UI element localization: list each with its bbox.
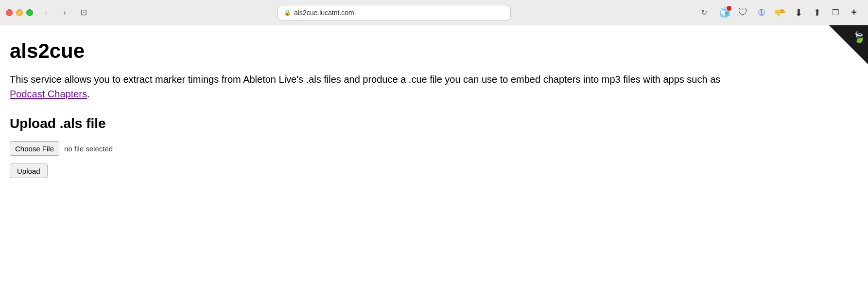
- reload-button[interactable]: ↻: [697, 6, 711, 19]
- gift-extension-button[interactable]: 🫳: [772, 4, 788, 21]
- password-extension-button[interactable]: ①: [753, 4, 770, 21]
- app-title: als2cue: [10, 40, 858, 62]
- upload-button[interactable]: Upload: [10, 164, 48, 178]
- reload-icon: ↻: [701, 8, 707, 17]
- notification-badge: [726, 5, 732, 11]
- description: This service allows you to extract marke…: [10, 72, 758, 101]
- lock-icon: 🔒: [284, 9, 291, 16]
- download-icon: ⬇: [795, 7, 803, 18]
- upload-section-title: Upload .als file: [10, 116, 858, 131]
- copy-icon: ❐: [832, 8, 839, 17]
- no-file-label: no file selected: [64, 145, 113, 153]
- browser-chrome: ‹ › ⊡ 🔒 als2cue.lucatnt.com ↻ 🧊 🛡 ①: [0, 0, 868, 25]
- new-tab-button[interactable]: +: [846, 4, 862, 21]
- toolbar-extensions: 🧊 🛡 ① 🫳 ⬇ ⬆ ❐ +: [716, 4, 862, 21]
- sidebar-toggle-button[interactable]: ⊡: [76, 6, 91, 19]
- sidebar-toggle-icon: ⊡: [80, 7, 87, 18]
- key-icon: ①: [758, 7, 765, 18]
- shield-icon: 🛡: [738, 7, 748, 18]
- shield-extension-button[interactable]: 🛡: [735, 4, 751, 21]
- traffic-light-minimize[interactable]: [16, 9, 23, 16]
- url-text: als2cue.lucatnt.com: [294, 9, 354, 17]
- description-text-1: This service allows you to extract marke…: [10, 74, 720, 85]
- address-bar[interactable]: 🔒 als2cue.lucatnt.com: [278, 5, 511, 20]
- forward-button[interactable]: ›: [57, 5, 72, 20]
- new-tab-icon: +: [851, 7, 857, 18]
- traffic-light-fullscreen[interactable]: [26, 9, 33, 16]
- address-bar-wrap: 🔒 als2cue.lucatnt.com: [97, 5, 691, 20]
- share-icon: ⬆: [814, 7, 821, 18]
- description-text-2: .: [87, 89, 90, 99]
- share-extension-button[interactable]: ⬆: [809, 4, 825, 21]
- file-input-row: Choose File no file selected: [10, 141, 858, 156]
- traffic-light-close[interactable]: [6, 9, 13, 16]
- forward-icon: ›: [63, 8, 66, 17]
- back-button[interactable]: ‹: [39, 5, 53, 20]
- corner-ribbon: [829, 25, 868, 64]
- podcast-chapters-link[interactable]: Podcast Chapters: [10, 89, 87, 99]
- choose-file-button[interactable]: Choose File: [10, 141, 59, 156]
- download-extension-button[interactable]: ⬇: [790, 4, 807, 21]
- gift-icon: 🫳: [774, 7, 786, 18]
- page-content: als2cue This service allows you to extra…: [0, 25, 868, 198]
- cube-extension-button[interactable]: 🧊: [716, 4, 733, 21]
- traffic-lights: [6, 9, 33, 16]
- back-icon: ‹: [45, 8, 47, 17]
- copy-window-button[interactable]: ❐: [827, 4, 844, 21]
